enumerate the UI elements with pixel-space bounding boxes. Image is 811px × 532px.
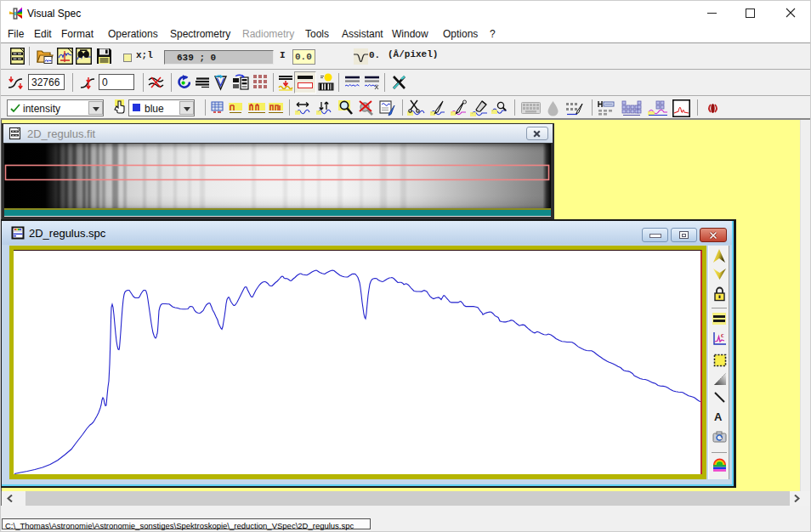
svg-text:c: c — [721, 331, 724, 339]
